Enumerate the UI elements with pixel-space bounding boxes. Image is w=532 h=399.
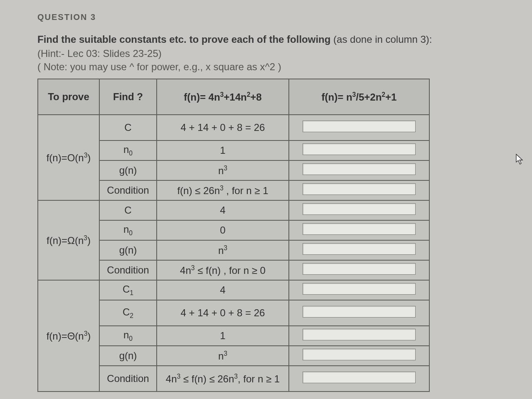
example-value-cell: n3 [157, 346, 289, 366]
proof-table: To prove Find ? f(n)= 4n3+14n2+8 f(n)= n… [37, 79, 430, 392]
find-cell: C1 [99, 280, 157, 300]
answer-input[interactable] [303, 143, 416, 155]
answer-cell [289, 240, 429, 260]
example-value-cell: 4n3 ≤ f(n) ≤ 26n3, for n ≥ 1 [157, 366, 289, 392]
answer-input[interactable] [303, 163, 416, 175]
header-f1: f(n)= 4n3+14n2+8 [157, 79, 289, 115]
table-row: f(n)=Ω(n3)C4 [38, 200, 429, 220]
answer-cell [289, 200, 429, 220]
answer-input[interactable] [303, 329, 416, 340]
find-cell: n0 [99, 220, 157, 240]
find-cell: C [99, 200, 157, 220]
answer-input[interactable] [303, 183, 416, 195]
prove-cell: f(n)=Θ(n3) [38, 280, 99, 392]
prompt-rest: (as done in column 3): [330, 34, 432, 45]
answer-cell [289, 140, 429, 160]
prompt-bold: Find the suitable constants etc. to prov… [37, 34, 330, 45]
example-value-cell: 4 [157, 280, 289, 300]
answer-cell [289, 346, 429, 366]
header-f2: f(n)= n3/5+2n2+1 [289, 79, 429, 115]
find-cell: n0 [99, 326, 157, 346]
find-cell: Condition [99, 260, 157, 280]
answer-cell [289, 160, 429, 180]
hint-text: (Hint:- Lec 03: Slides 23-25) [37, 48, 495, 59]
answer-cell [289, 280, 429, 300]
answer-input[interactable] [303, 349, 416, 360]
header-find: Find ? [99, 79, 157, 115]
answer-input[interactable] [303, 121, 416, 132]
question-number: QUESTION 3 [37, 12, 495, 22]
header-to-prove: To prove [38, 79, 99, 115]
table-header-row: To prove Find ? f(n)= 4n3+14n2+8 f(n)= n… [38, 79, 429, 115]
find-cell: Condition [99, 366, 157, 392]
answer-cell [289, 260, 429, 280]
example-value-cell: 4 + 14 + 0 + 8 = 26 [157, 300, 289, 326]
answer-cell [289, 220, 429, 240]
example-value-cell: 0 [157, 220, 289, 240]
answer-cell [289, 326, 429, 346]
find-cell: Condition [99, 180, 157, 200]
answer-cell [289, 366, 429, 392]
answer-cell [289, 300, 429, 326]
answer-input[interactable] [303, 263, 416, 275]
note-text: ( Note: you may use ^ for power, e.g., x… [37, 61, 495, 73]
answer-input[interactable] [303, 203, 416, 215]
example-value-cell: 4 + 14 + 0 + 8 = 26 [157, 115, 289, 140]
answer-cell [289, 115, 429, 140]
example-value-cell: 1 [157, 140, 289, 160]
prove-cell: f(n)=Ω(n3) [38, 200, 99, 280]
question-page: QUESTION 3 Find the suitable constants e… [0, 0, 532, 392]
prove-cell: f(n)=O(n3) [38, 115, 99, 200]
find-cell: n0 [99, 140, 157, 160]
example-value-cell: 4 [157, 200, 289, 220]
find-cell: g(n) [99, 346, 157, 366]
table-row: f(n)=O(n3)C4 + 14 + 0 + 8 = 26 [38, 115, 429, 140]
example-value-cell: n3 [157, 240, 289, 260]
example-value-cell: 4n3 ≤ f(n) , for n ≥ 0 [157, 260, 289, 280]
example-value-cell: n3 [157, 160, 289, 180]
example-value-cell: f(n) ≤ 26n3 , for n ≥ 1 [157, 180, 289, 200]
find-cell: g(n) [99, 240, 157, 260]
table-row: f(n)=Θ(n3)C14 [38, 280, 429, 300]
answer-input[interactable] [303, 283, 416, 295]
answer-input[interactable] [303, 243, 416, 255]
find-cell: C [99, 115, 157, 140]
answer-input[interactable] [303, 306, 416, 318]
find-cell: C2 [99, 300, 157, 326]
example-value-cell: 1 [157, 326, 289, 346]
answer-input[interactable] [303, 223, 416, 235]
answer-input[interactable] [303, 372, 416, 383]
answer-cell [289, 180, 429, 200]
find-cell: g(n) [99, 160, 157, 180]
question-prompt: Find the suitable constants etc. to prov… [37, 34, 495, 45]
